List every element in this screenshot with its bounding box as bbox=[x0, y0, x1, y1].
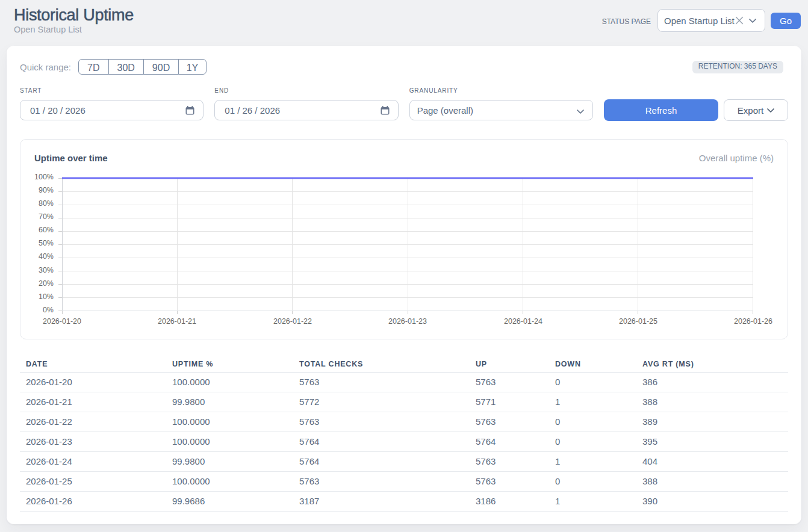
svg-text:60%: 60% bbox=[39, 226, 54, 234]
svg-text:2026-01-26: 2026-01-26 bbox=[734, 317, 772, 326]
svg-text:30%: 30% bbox=[39, 266, 54, 274]
svg-text:0%: 0% bbox=[43, 306, 54, 314]
svg-text:40%: 40% bbox=[39, 252, 54, 261]
svg-text:70%: 70% bbox=[39, 212, 54, 221]
svg-text:20%: 20% bbox=[39, 279, 54, 288]
svg-text:2026-01-21: 2026-01-21 bbox=[158, 317, 196, 326]
svg-text:2026-01-25: 2026-01-25 bbox=[619, 317, 657, 326]
svg-text:80%: 80% bbox=[39, 199, 54, 208]
svg-text:2026-01-24: 2026-01-24 bbox=[504, 317, 542, 326]
svg-text:10%: 10% bbox=[39, 292, 54, 301]
svg-text:2026-01-23: 2026-01-23 bbox=[388, 317, 427, 326]
svg-text:2026-01-20: 2026-01-20 bbox=[43, 317, 81, 326]
svg-text:50%: 50% bbox=[39, 239, 54, 247]
svg-text:2026-01-22: 2026-01-22 bbox=[273, 317, 312, 326]
svg-text:90%: 90% bbox=[39, 186, 54, 194]
svg-text:100%: 100% bbox=[34, 173, 54, 181]
